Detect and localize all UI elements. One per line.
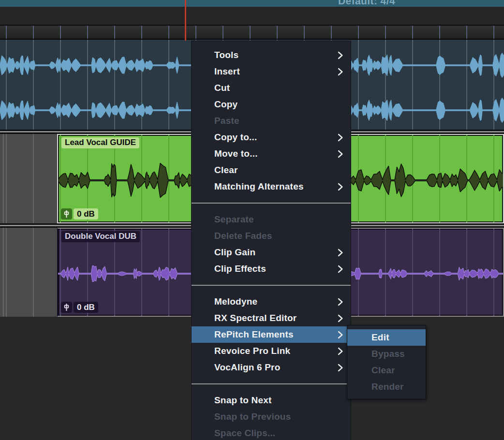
fader-icon [61,208,72,220]
submenu-chevron-icon [337,314,343,323]
menu-item-label: Melodyne [214,296,257,307]
gain-value: 0 dB [74,302,98,313]
submenu-item-clear: Clear [347,362,426,379]
context-menu: ToolsInsertCutCopyPasteCopy to...Move to… [191,41,351,440]
clip-gain-badge[interactable]: 0 dB [61,302,98,313]
menu-item-label: Tools [214,50,238,60]
context-menu-item-paste: Paste [192,113,351,129]
track-gridlines [0,134,57,223]
menu-item-label: Copy [214,99,237,110]
context-menu-items: ToolsInsertCutCopyPasteCopy to...Move to… [192,47,351,440]
submenu-chevron-icon [337,133,343,142]
context-menu-item-clear[interactable]: Clear [192,162,351,178]
menu-item-label: Clip Effects [214,264,266,274]
submenu-chevron-icon [337,248,343,257]
menu-separator [192,277,351,293]
context-menu-item-separate: Separate [192,211,351,228]
menu-item-label: Clear [371,365,395,376]
menu-item-label: Matching Alternates [214,181,304,192]
menu-item-label: Bypass [371,349,405,359]
context-menu-item-revoice-pro-link[interactable]: Revoice Pro Link [192,343,351,359]
context-menu-item-space-clips: Space Clips... [192,425,351,440]
context-menu-item-tools[interactable]: Tools [192,47,351,63]
submenu-chevron-icon [337,330,343,339]
context-menu-item-copy[interactable]: Copy [192,96,351,113]
clip-gain-badge[interactable]: 0 dB [61,208,98,220]
submenu-chevron-icon [337,297,343,307]
submenu-chevron-icon [337,347,343,356]
track-gridlines [0,228,57,317]
submenu-chevron-icon [337,149,343,159]
menu-item-label: Paste [214,116,239,126]
context-menu-item-insert[interactable]: Insert [192,63,351,80]
fader-icon [61,302,72,313]
transport-bar: Default: 4/4 [0,0,504,7]
submenu-chevron-icon [337,51,343,60]
menu-item-label: Insert [214,66,240,77]
menu-item-label: Render [371,381,404,392]
menu-item-label: Cut [214,83,230,93]
submenu-item-edit[interactable]: Edit [347,329,426,346]
context-menu-item-copy-to[interactable]: Copy to... [192,129,351,146]
submenu-chevron-icon [337,67,343,76]
menu-item-label: Clip Gain [214,247,255,258]
menu-item-label: Copy to... [214,132,257,143]
menu-separator [192,376,351,392]
gain-value: 0 dB [74,208,98,220]
clip-name-label: Double Vocal DUB [61,231,140,242]
clip-name-label: Lead Vocal GUIDE [61,137,139,148]
submenu-item-render: Render [347,379,426,395]
timeline-ruler[interactable] [0,26,504,40]
repitch-submenu: EditBypassClearRender [347,325,426,399]
menu-item-label: Snap to Previous [214,411,291,422]
context-menu-item-cut[interactable]: Cut [192,80,351,96]
context-menu-item-melodyne[interactable]: Melodyne [192,293,351,310]
context-menu-item-move-to[interactable]: Move to... [192,146,351,162]
submenu-chevron-icon [337,363,343,372]
menu-item-label: Separate [214,214,254,225]
menu-item-label: Move to... [214,148,258,159]
context-menu-item-clip-effects[interactable]: Clip Effects [192,261,351,277]
toolbar-strip [0,7,504,26]
context-menu-item-snap-to-previous: Snap to Previous [192,409,351,425]
menu-item-label: RePitch Elements [214,329,294,340]
daw-edit-window: Default: 4/4 Lead Vocal GUIDE 0 dB [0,0,504,440]
ruler-ticks [0,26,504,39]
menu-item-label: Edit [371,332,389,343]
context-menu-item-matching-alternates[interactable]: Matching Alternates [192,178,351,195]
track-empty-area[interactable] [0,134,57,223]
repitch-submenu-items: EditBypassClearRender [347,329,426,395]
context-menu-item-clip-gain[interactable]: Clip Gain [192,244,351,261]
menu-separator [192,195,351,211]
submenu-chevron-icon [337,264,343,274]
submenu-item-bypass: Bypass [347,346,426,362]
menu-item-label: RX Spectral Editor [214,313,296,323]
context-menu-item-delete-fades: Delete Fades [192,228,351,244]
menu-item-label: Snap to Next [214,395,272,406]
context-menu-item-snap-to-next[interactable]: Snap to Next [192,392,351,409]
tempo-meter-label: Default: 4/4 [338,0,395,7]
playhead[interactable] [185,0,186,41]
menu-item-label: Clear [214,165,238,176]
menu-item-label: VocAlign 6 Pro [214,362,281,373]
menu-item-label: Delete Fades [214,231,272,241]
menu-item-label: Revoice Pro Link [214,346,290,356]
context-menu-item-vocalign-6-pro[interactable]: VocAlign 6 Pro [192,359,351,376]
context-menu-item-repitch-elements[interactable]: RePitch Elements [192,326,351,343]
submenu-chevron-icon [337,182,343,191]
menu-item-label: Space Clips... [214,428,275,439]
track-empty-area[interactable] [0,228,57,317]
context-menu-item-rx-spectral-editor[interactable]: RX Spectral Editor [192,310,351,326]
